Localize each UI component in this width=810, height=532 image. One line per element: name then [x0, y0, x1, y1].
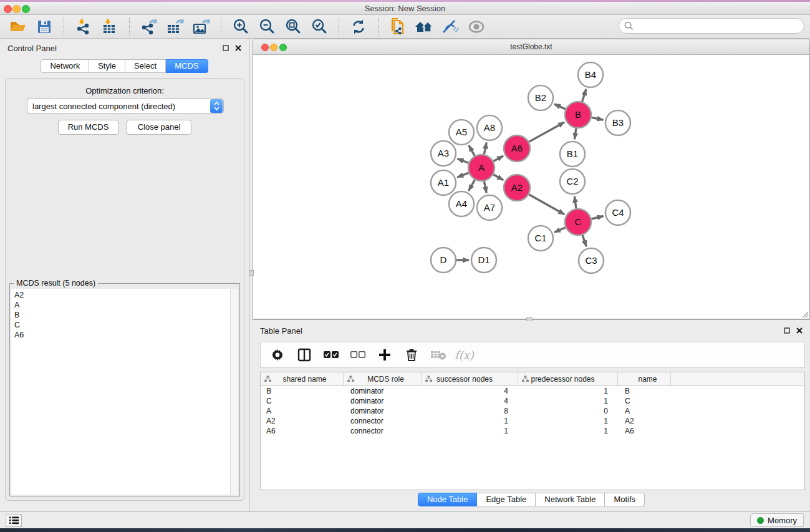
- network-minimize-button[interactable]: [270, 44, 277, 51]
- result-item[interactable]: A2: [14, 290, 230, 300]
- zoom-out-icon[interactable]: [254, 17, 280, 37]
- column-header-successor-nodes[interactable]: successor nodes: [422, 372, 518, 385]
- network-view-window: testGlobe.txt B4B2BB3A5A8A6B1A3AA1C2A2A4…: [253, 39, 810, 319]
- zoom-window-button[interactable]: [22, 5, 30, 13]
- column-header-name[interactable]: name: [618, 372, 671, 385]
- vertical-splitter-handle[interactable]: [249, 270, 254, 276]
- tab-network-table[interactable]: Network Table: [536, 493, 605, 506]
- resize-grip-icon[interactable]: [800, 309, 809, 318]
- graph-edge-C-C2[interactable]: [574, 196, 576, 208]
- close-window-button[interactable]: [4, 5, 12, 13]
- table-cell: B: [261, 386, 344, 396]
- graph-edge-A-A6[interactable]: [493, 156, 503, 162]
- table-row[interactable]: Cdominator41C: [261, 396, 804, 406]
- close-table-panel-icon[interactable]: [796, 327, 803, 334]
- network-zoom-button[interactable]: [279, 44, 287, 51]
- column-header-predecessor-nodes[interactable]: predecessor nodes: [518, 372, 618, 385]
- graph-edge-A-A4[interactable]: [469, 180, 475, 191]
- run-mcds-button[interactable]: Run MCDS: [58, 120, 118, 135]
- table-row[interactable]: Bdominator41B: [261, 386, 804, 396]
- export-network-icon[interactable]: [136, 17, 162, 37]
- minimize-window-button[interactable]: [12, 5, 21, 13]
- result-item[interactable]: A: [14, 300, 230, 310]
- result-item[interactable]: C: [14, 320, 230, 330]
- task-history-button[interactable]: [6, 514, 22, 527]
- table-row[interactable]: Adominator80A: [261, 406, 804, 416]
- zoom-fit-icon[interactable]: [280, 17, 306, 37]
- table-cell: A2: [261, 416, 344, 426]
- network-graph[interactable]: B4B2BB3A5A8A6B1A3AA1C2A2A4A7C4CC1C3DD1: [253, 55, 809, 319]
- graph-node-label: A1: [438, 177, 449, 188]
- table-cell: 1: [422, 426, 518, 436]
- add-column-icon[interactable]: [374, 346, 395, 364]
- memory-button[interactable]: Memory: [750, 513, 804, 527]
- open-session-icon[interactable]: [5, 17, 31, 37]
- search-field[interactable]: [619, 18, 804, 34]
- tab-mcds[interactable]: MCDS: [166, 59, 208, 73]
- settings-gear-icon[interactable]: [267, 346, 288, 364]
- column-header-shared-name[interactable]: shared name: [261, 372, 344, 385]
- search-input[interactable]: [634, 21, 804, 31]
- tab-motifs[interactable]: Motifs: [605, 493, 645, 506]
- select-all-icon[interactable]: [321, 346, 342, 364]
- graph-edge-A6-B[interactable]: [529, 122, 564, 142]
- show-columns-icon[interactable]: [294, 346, 315, 364]
- table-toolbar: f(x): [260, 342, 805, 368]
- graph-edge-A-A1[interactable]: [457, 173, 468, 177]
- graph-edge-A2-C[interactable]: [529, 195, 564, 215]
- graph-edge-A-A3[interactable]: [457, 158, 468, 163]
- result-item[interactable]: B: [14, 310, 230, 320]
- zoom-in-icon[interactable]: [228, 17, 254, 37]
- save-session-icon[interactable]: [31, 17, 57, 37]
- cybrowser-home-icon[interactable]: [411, 17, 437, 37]
- tab-edge-table[interactable]: Edge Table: [477, 493, 536, 506]
- delete-column-icon[interactable]: [401, 346, 422, 364]
- tab-network[interactable]: Network: [41, 59, 89, 73]
- tab-select[interactable]: Select: [125, 59, 166, 73]
- graph-edge-B-B4[interactable]: [582, 89, 586, 102]
- mcds-result-list[interactable]: A2ABCA6: [11, 289, 230, 495]
- result-item[interactable]: A6: [14, 330, 230, 340]
- deselect-all-icon[interactable]: [347, 346, 369, 364]
- graph-node-label: A7: [484, 202, 495, 213]
- result-scrollbar[interactable]: [230, 289, 238, 495]
- show-eye-icon[interactable]: [463, 17, 489, 37]
- graph-edge-C-C3[interactable]: [582, 235, 586, 246]
- new-network-icon[interactable]: [385, 17, 411, 37]
- mcds-result-title: MCDS result (5 nodes): [14, 279, 98, 288]
- table-row[interactable]: A6connector11A6: [261, 426, 804, 436]
- network-canvas[interactable]: B4B2BB3A5A8A6B1A3AA1C2A2A4A7C4CC1C3DD1: [253, 55, 809, 319]
- criterion-select[interactable]: largest connected component (directed): [27, 99, 224, 114]
- refresh-layout-icon[interactable]: [345, 17, 372, 37]
- toolbar-separator: [64, 18, 64, 36]
- graph-edge-C-C4[interactable]: [591, 216, 603, 219]
- float-panel-icon[interactable]: [223, 45, 229, 51]
- zoom-selected-icon[interactable]: [306, 17, 332, 37]
- tab-style[interactable]: Style: [89, 59, 125, 73]
- desktop-wallpaper-strip: [0, 528, 810, 532]
- graph-edge-C-C1[interactable]: [554, 228, 566, 233]
- column-header-MCDS-role[interactable]: MCDS role: [344, 372, 422, 385]
- export-image-icon[interactable]: [188, 17, 215, 37]
- import-network-icon[interactable]: [70, 17, 97, 37]
- graph-edge-B-B3[interactable]: [592, 117, 604, 120]
- close-panel-button[interactable]: Close panel: [127, 120, 191, 135]
- hide-graphics-details-icon[interactable]: [437, 17, 463, 37]
- table-row[interactable]: A2connector11A2: [261, 416, 804, 426]
- import-table-icon[interactable]: [97, 17, 123, 37]
- node-table[interactable]: shared nameMCDS rolesuccessor nodesprede…: [260, 372, 805, 490]
- column-header-empty: [671, 372, 804, 385]
- graph-edge-A-A7[interactable]: [484, 181, 486, 193]
- network-window-titlebar[interactable]: testGlobe.txt: [253, 39, 809, 55]
- graph-edge-A-A8[interactable]: [484, 143, 486, 155]
- tab-node-table[interactable]: Node Table: [418, 493, 478, 506]
- graph-edge-A-A5[interactable]: [469, 145, 475, 156]
- export-table-icon[interactable]: [162, 17, 188, 37]
- close-panel-icon[interactable]: [235, 45, 241, 51]
- float-table-panel-icon[interactable]: [784, 327, 790, 334]
- network-close-button[interactable]: [261, 44, 269, 51]
- graph-edge-B-B2[interactable]: [554, 104, 566, 109]
- graph-edge-A-A2[interactable]: [493, 175, 503, 180]
- table-cell: 1: [518, 386, 618, 396]
- graph-edge-B-B1[interactable]: [574, 128, 576, 139]
